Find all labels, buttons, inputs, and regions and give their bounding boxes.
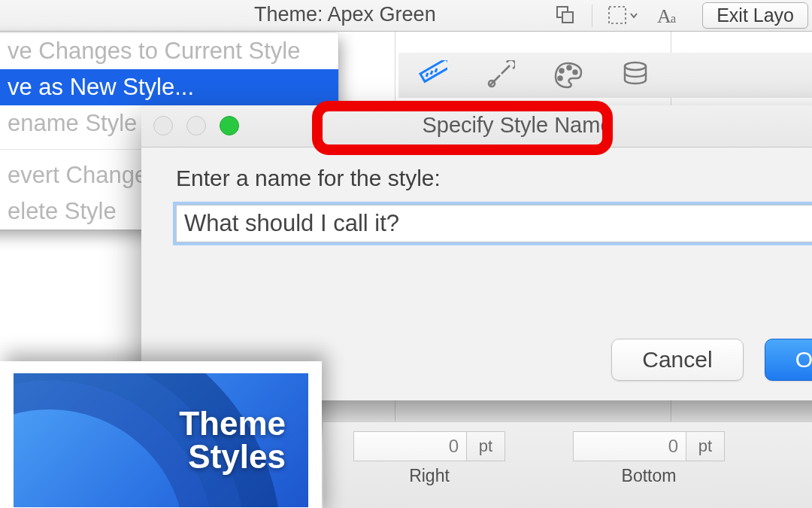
bottom-value-input[interactable] [573,431,686,461]
card-line-2: Styles [188,438,286,475]
svg-point-14 [625,62,646,70]
theme-styles-card: Theme Styles [0,361,322,508]
dialog-button-row: Cancel OK [611,339,812,381]
theme-styles-card-text: Theme Styles [179,407,286,473]
menu-item-save-current[interactable]: ve Changes to Current Style [0,33,338,69]
menu-item-save-new[interactable]: ve as New Style... [0,69,338,105]
ruler-icon[interactable] [417,59,448,91]
right-value-input[interactable] [353,431,466,461]
card-line-1: Theme [179,405,286,442]
right-unit-label: pt [466,431,505,461]
palette-icon[interactable] [552,59,583,91]
dialog-prompt-label: Enter a name for the style: [176,166,812,191]
cancel-button[interactable]: Cancel [611,339,743,381]
bottom-label: Bottom [622,466,677,486]
style-name-input[interactable] [176,205,812,242]
dialog-body: Enter a name for the style: [141,148,812,242]
bottom-padding-group: pt Bottom [573,431,725,486]
theme-label: Theme: Apex Green [254,3,436,26]
svg-rect-1 [562,12,573,23]
svg-text:A: A [657,5,671,27]
svg-rect-5 [420,60,447,81]
svg-text:a: a [671,12,676,25]
ok-button[interactable]: OK [765,339,812,381]
bottom-unit-label: pt [686,431,725,461]
exit-layout-button[interactable]: Exit Layo [702,2,808,29]
database-icon[interactable] [620,59,651,91]
svg-point-12 [574,71,577,75]
svg-line-6 [426,73,428,77]
inspector-measurements: pt Right pt Bottom [323,421,812,508]
svg-point-13 [559,77,562,81]
svg-line-7 [431,71,432,75]
toolbar-separator [592,5,592,27]
dialog-titlebar: Specify Style Name [141,105,812,148]
svg-rect-2 [609,7,626,23]
svg-point-11 [568,66,571,70]
theme-name: Apex Green [328,3,436,26]
theme-prefix: Theme: [254,3,323,26]
objects-icon[interactable] [554,5,577,27]
svg-line-8 [435,68,437,72]
inspector-tabs [398,53,812,98]
text-style-icon[interactable]: Aa [657,5,684,27]
specify-style-name-dialog: Specify Style Name Enter a name for the … [141,105,812,400]
right-label: Right [409,466,450,486]
svg-point-10 [560,69,564,73]
theme-styles-card-art: Theme Styles [14,373,308,507]
right-padding-group: pt Right [353,431,505,486]
main-toolbar: Theme: Apex Green Aa Exit Layo [0,0,812,32]
dialog-title: Specify Style Name [141,113,812,138]
selection-dropdown-icon[interactable] [607,5,639,27]
tools-icon[interactable] [484,59,516,91]
